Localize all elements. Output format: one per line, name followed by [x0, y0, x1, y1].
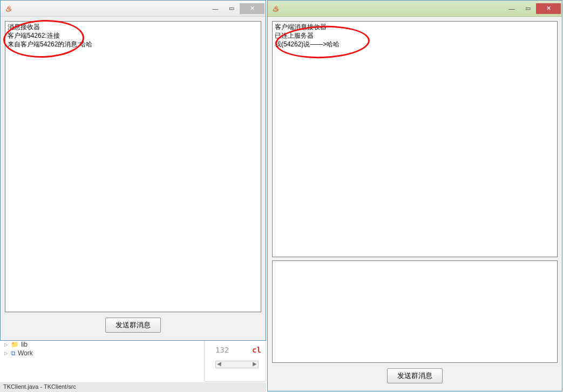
titlebar-server[interactable]: ♨ — ▭ ✕ — [1, 1, 266, 17]
close-button[interactable]: ✕ — [240, 3, 264, 14]
server-message-area[interactable]: 消息接收器 客户端54262:连接 来自客户端54262的消息:哈哈 — [5, 21, 261, 312]
client-input-area[interactable] — [272, 260, 558, 363]
java-icon: ♨ — [4, 4, 12, 13]
send-group-message-button[interactable]: 发送群消息 — [105, 318, 161, 333]
tree-label-work: Work — [18, 349, 33, 357]
editor-line-number: 132 — [215, 346, 229, 354]
minimize-button[interactable]: — — [207, 3, 223, 14]
close-button[interactable]: ✕ — [536, 3, 561, 14]
maximize-button[interactable]: ▭ — [520, 3, 536, 14]
java-icon: ♨ — [271, 4, 280, 13]
titlebar-client[interactable]: ♨ — ▭ ✕ — [268, 1, 562, 17]
send-group-message-button[interactable]: 发送群消息 — [387, 368, 443, 383]
maximize-button[interactable]: ▭ — [223, 3, 240, 14]
minimize-button[interactable]: — — [504, 3, 520, 14]
client-message-area[interactable]: 客户端消息接收器 已连上服务器 我(54262)说——>哈哈 — [272, 21, 558, 257]
client-window: ♨ — ▭ ✕ 客户端消息接收器 已连上服务器 我(54262)说——>哈哈 发… — [267, 0, 562, 391]
tree-row-lib[interactable]: ▷ 📁 lib — [0, 340, 202, 349]
server-window: ♨ — ▭ ✕ 消息接收器 客户端54262:连接 来自客户端54262的消息:… — [0, 0, 266, 341]
tree-row-work[interactable]: ▷ ⧉ Work — [0, 349, 202, 357]
folder-icon: 📁 — [11, 341, 19, 348]
code-fragment: cl — [252, 346, 261, 354]
expand-triangle-icon[interactable]: ▷ — [3, 342, 9, 347]
project-icon: ⧉ — [11, 349, 16, 357]
scroll-right-icon[interactable]: ▶ — [253, 361, 257, 367]
scroll-left-icon[interactable]: ◀ — [217, 361, 221, 367]
horizontal-scrollbar[interactable]: ◀ ▶ — [215, 361, 259, 368]
ide-status-bar: TKClient.java - TKClient/src — [0, 382, 266, 392]
expand-triangle-icon[interactable]: ▷ — [3, 350, 9, 356]
tree-label-lib: lib — [21, 341, 28, 348]
